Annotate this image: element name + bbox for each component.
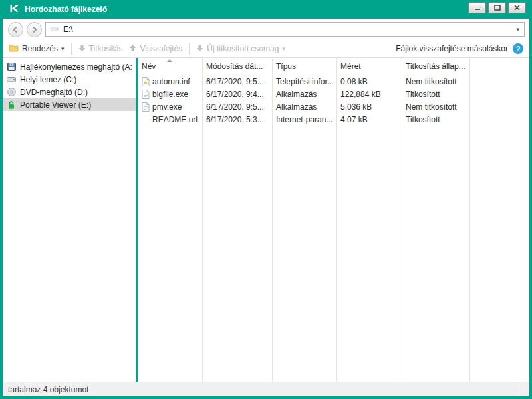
drive-item-label: DVD-meghajtó (D:)	[20, 88, 88, 97]
toolbar: Rendezés ▾ Titkosítás Visszafejtés Új ti…	[3, 40, 529, 58]
decrypt-on-copy-control: Fájlok visszafejtése másoláskor ?	[396, 43, 523, 54]
drive-item-a[interactable]: Hajlékonylemezes meghajtó (A:	[3, 61, 136, 73]
hard-drive-icon	[6, 76, 17, 83]
file-name: bigfile.exe	[152, 90, 188, 99]
column-separator	[202, 58, 203, 382]
file-size: 5,036 kB	[336, 102, 402, 112]
column-header-type[interactable]: Típus	[272, 62, 336, 71]
drive-item-d[interactable]: DVD-meghajtó (D:)	[3, 86, 136, 98]
file-row[interactable]: pmv.exe 6/17/2020, 9:5... Alkalmazás 5,0…	[138, 100, 529, 113]
file-type: Alkalmazás	[272, 90, 336, 99]
chevron-down-icon: ▾	[61, 45, 65, 52]
encrypt-down-arrow-icon	[78, 44, 86, 54]
window-title: Hordozható fájlkezelő	[25, 5, 107, 14]
organize-label: Rendezés	[22, 44, 58, 53]
drive-tree: Hajlékonylemezes meghajtó (A: Helyi leme…	[3, 58, 136, 382]
column-header-modified[interactable]: Módosítás dát...	[202, 62, 272, 71]
file-modified: 6/17/2020, 9:5...	[202, 77, 272, 86]
column-separator	[402, 58, 402, 382]
file-type: Internet-paran...	[272, 115, 336, 124]
decrypt-button[interactable]: Visszafejtés	[129, 44, 182, 54]
exe-file-icon	[142, 90, 150, 99]
file-encryption-status: Titkosított	[402, 90, 469, 99]
file-name: autorun.inf	[152, 77, 190, 86]
info-icon[interactable]: ?	[513, 43, 523, 54]
drive-item-label: Helyi lemez (C:)	[20, 75, 76, 84]
encrypt-label: Titkosítás	[89, 44, 123, 53]
maximize-button[interactable]	[488, 2, 506, 13]
close-icon	[514, 5, 520, 11]
decrypt-label: Visszafejtés	[140, 44, 182, 53]
file-list-header: Név Módosítás dát... Típus Méret Titkosí…	[138, 58, 529, 75]
navigation-bar: E:\ ▾	[3, 19, 529, 40]
forward-icon	[31, 26, 38, 33]
status-bar: tartalmaz 4 objektumot	[3, 382, 529, 396]
resize-grip[interactable]	[521, 384, 529, 395]
toolbar-separator	[71, 43, 72, 55]
floppy-drive-icon	[6, 63, 17, 71]
file-size: 122,884 kB	[336, 90, 402, 99]
address-bar[interactable]: E:\ ▾	[45, 22, 525, 37]
new-encrypted-package-button[interactable]: Új titkosított csomag ▾	[196, 44, 285, 54]
new-encrypted-package-label: Új titkosított csomag	[207, 44, 279, 53]
file-encryption-status: Nem titkosított	[402, 77, 469, 86]
file-modified: 6/17/2020, 9:5...	[202, 102, 272, 112]
exe-file-icon	[142, 102, 150, 112]
decrypt-up-arrow-icon	[129, 44, 136, 54]
dvd-drive-icon	[6, 88, 17, 96]
file-name: README.url	[152, 115, 198, 124]
chevron-down-icon: ▾	[282, 45, 285, 52]
file-size: 4.07 kB	[336, 115, 402, 124]
status-text: tartalmaz 4 objektumot	[8, 385, 88, 394]
lock-drive-icon	[6, 100, 17, 110]
inf-file-icon	[142, 77, 150, 86]
column-header-size[interactable]: Méret	[336, 62, 402, 71]
kaspersky-logo-icon	[9, 3, 19, 16]
encrypt-button[interactable]: Titkosítás	[78, 44, 123, 54]
portable-file-manager-window: Hordozható fájlkezelő E:\ ▾	[0, 0, 532, 399]
file-size: 0.08 kB	[336, 77, 402, 86]
file-type: Telepítési infor...	[272, 77, 336, 86]
folder-icon	[9, 44, 19, 54]
minimize-icon	[474, 5, 481, 11]
back-icon	[12, 26, 19, 33]
back-button[interactable]	[8, 22, 23, 37]
package-down-arrow-icon	[196, 44, 203, 54]
maximize-icon	[494, 5, 501, 11]
column-header-encryption[interactable]: Titkosítás állap...	[402, 62, 469, 71]
file-row[interactable]: autorun.inf 6/17/2020, 9:5... Telepítési…	[138, 75, 529, 88]
drive-item-c[interactable]: Helyi lemez (C:)	[3, 73, 136, 86]
file-encryption-status: Titkosított	[402, 115, 469, 124]
column-separator	[336, 58, 337, 382]
sort-ascending-icon	[167, 59, 172, 62]
drive-item-label: Portable Viewer (E:)	[20, 100, 91, 110]
organize-button[interactable]: Rendezés ▾	[9, 44, 65, 54]
file-row[interactable]: bigfile.exe 6/17/2020, 9:4... Alkalmazás…	[138, 88, 529, 100]
titlebar: Hordozható fájlkezelő	[3, 0, 529, 19]
drive-icon	[51, 23, 59, 35]
column-header-name[interactable]: Név	[138, 62, 202, 71]
drive-item-label: Hajlékonylemezes meghajtó (A:	[20, 63, 132, 72]
forward-button[interactable]	[27, 22, 42, 37]
file-modified: 6/17/2020, 9:4...	[202, 90, 272, 99]
address-dropdown-icon[interactable]: ▾	[516, 26, 519, 33]
file-list: Név Módosítás dát... Típus Méret Titkosí…	[138, 58, 529, 382]
address-text: E:\	[63, 25, 512, 34]
file-encryption-status: Nem titkosított	[402, 102, 469, 112]
column-separator	[469, 58, 470, 382]
column-separator	[272, 58, 273, 382]
decrypt-on-copy-label: Fájlok visszafejtése másoláskor	[396, 44, 508, 53]
file-row[interactable]: README.url 6/17/2020, 5:3... Internet-pa…	[138, 113, 529, 126]
file-modified: 6/17/2020, 5:3...	[202, 115, 272, 124]
file-name: pmv.exe	[152, 102, 182, 112]
close-button[interactable]	[508, 2, 526, 13]
minimize-button[interactable]	[468, 2, 486, 13]
file-type: Alkalmazás	[272, 102, 336, 112]
window-controls	[468, 2, 526, 13]
main-content: Hajlékonylemezes meghajtó (A: Helyi leme…	[3, 58, 529, 382]
drive-item-e[interactable]: Portable Viewer (E:)	[3, 98, 136, 111]
toolbar-separator	[189, 43, 190, 55]
